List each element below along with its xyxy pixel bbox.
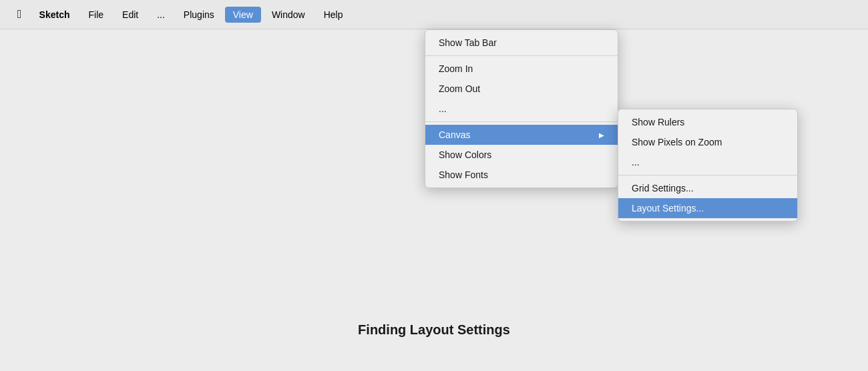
grid-settings-item[interactable]: Grid Settings... [618, 178, 797, 198]
show-pixels-on-zoom-item[interactable]: Show Pixels on Zoom [618, 132, 797, 152]
show-rulers-item[interactable]: Show Rulers [618, 112, 797, 132]
layout-settings-item[interactable]: Layout Settings... [618, 198, 797, 218]
show-rulers-label: Show Rulers [632, 117, 684, 127]
canvas-item[interactable]: Canvas ▶ [425, 125, 618, 145]
canvas-submenu-arrow-icon: ▶ [599, 131, 604, 139]
show-pixels-on-zoom-label: Show Pixels on Zoom [632, 137, 722, 147]
separator-1 [425, 55, 618, 56]
view-dropdown-menu: Show Tab Bar Zoom In Zoom Out ... Canvas… [425, 29, 618, 188]
zoom-out-item[interactable]: Zoom Out [425, 79, 618, 99]
show-colors-item[interactable]: Show Colors [425, 145, 618, 165]
page-title: Finding Layout Settings [358, 322, 510, 338]
grid-settings-label: Grid Settings... [632, 183, 694, 194]
canvas-label: Canvas [439, 129, 470, 140]
show-tab-bar-label: Show Tab Bar [439, 37, 497, 48]
canvas-ellipsis-label: ... [632, 157, 640, 167]
apple-menu-item[interactable]:  [11, 5, 29, 24]
show-colors-label: Show Colors [439, 149, 491, 160]
show-fonts-item[interactable]: Show Fonts [425, 165, 618, 185]
layout-settings-label: Layout Settings... [632, 203, 704, 214]
canvas-submenu: Show Rulers Show Pixels on Zoom ... Grid… [618, 109, 798, 222]
separator-3 [618, 175, 797, 175]
zoom-in-item[interactable]: Zoom In [425, 59, 618, 79]
view-menu-item[interactable]: View [225, 7, 261, 23]
edit-menu-item[interactable]: Edit [114, 7, 146, 23]
sketch-menu-item[interactable]: Sketch [31, 7, 78, 23]
help-menu-item[interactable]: Help [316, 7, 351, 23]
separator-2 [425, 121, 618, 122]
plugins-menu-item[interactable]: Plugins [176, 7, 222, 23]
menubar:  Sketch File Edit ... Plugins View Wind… [0, 0, 868, 29]
zoom-out-label: Zoom Out [439, 83, 480, 94]
ellipsis-menu-item[interactable]: ... [149, 7, 173, 23]
file-menu-item[interactable]: File [81, 7, 112, 23]
zoom-ellipsis-label: ... [439, 103, 447, 114]
zoom-in-label: Zoom In [439, 63, 473, 74]
show-tab-bar-item[interactable]: Show Tab Bar [425, 33, 618, 53]
zoom-ellipsis-item[interactable]: ... [425, 99, 618, 119]
show-fonts-label: Show Fonts [439, 169, 488, 180]
view-dropdown-container: Show Tab Bar Zoom In Zoom Out ... Canvas… [425, 29, 618, 188]
canvas-ellipsis-item[interactable]: ... [618, 152, 797, 172]
window-menu-item[interactable]: Window [264, 7, 313, 23]
